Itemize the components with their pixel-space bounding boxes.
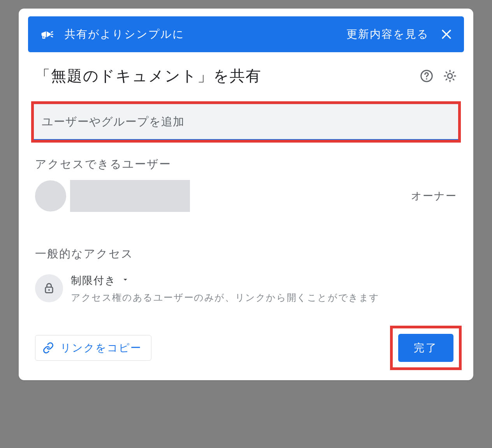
dialog-header: 「無題のドキュメント」を共有 [19, 58, 473, 94]
done-highlight-annotation: 完了 [390, 326, 462, 370]
access-mode-label: 制限付き [71, 273, 116, 287]
dialog-title: 「無題のドキュメント」を共有 [35, 65, 410, 86]
share-dialog: 共有がよりシンプルに 更新内容を見る 「無題のドキュメント」を共有 アクセスでき… [19, 9, 473, 380]
copy-link-label: リンクをコピー [60, 341, 142, 355]
access-mode-icon-wrap [35, 274, 63, 302]
link-icon [42, 342, 54, 354]
general-access-section-label: 一般的なアクセス [19, 232, 473, 265]
gear-icon [443, 69, 457, 83]
done-button[interactable]: 完了 [398, 334, 453, 362]
banner-close-button[interactable] [440, 28, 453, 41]
chevron-down-icon [122, 276, 129, 285]
help-button[interactable] [420, 69, 434, 83]
general-access-row: 制限付き アクセス権のあるユーザーのみが、リンクから開くことができます [19, 265, 473, 308]
avatar [35, 180, 66, 212]
info-banner: 共有がよりシンプルに 更新内容を見る [28, 16, 464, 52]
svg-point-3 [48, 289, 50, 291]
help-icon [420, 69, 434, 83]
user-row: オーナー [19, 175, 473, 217]
access-description: アクセス権のあるユーザーのみが、リンクから開くことができます [71, 291, 457, 305]
banner-message: 共有がよりシンプルに [65, 27, 346, 42]
access-mode-dropdown[interactable]: 制限付き [71, 273, 457, 287]
close-icon [440, 28, 453, 41]
announcement-icon [39, 26, 54, 42]
people-section-label: アクセスできるユーザー [19, 143, 473, 175]
lock-icon [42, 282, 56, 295]
settings-button[interactable] [443, 69, 457, 83]
svg-point-1 [426, 78, 427, 80]
add-people-input[interactable] [34, 104, 458, 140]
input-highlight-annotation [31, 101, 461, 143]
banner-link[interactable]: 更新内容を見る [346, 27, 429, 42]
user-name-redacted [70, 180, 190, 212]
copy-link-button[interactable]: リンクをコピー [35, 335, 151, 361]
access-main: 制限付き アクセス権のあるユーザーのみが、リンクから開くことができます [71, 273, 457, 305]
user-role: オーナー [411, 189, 457, 203]
dialog-footer: リンクをコピー 完了 [19, 308, 473, 370]
